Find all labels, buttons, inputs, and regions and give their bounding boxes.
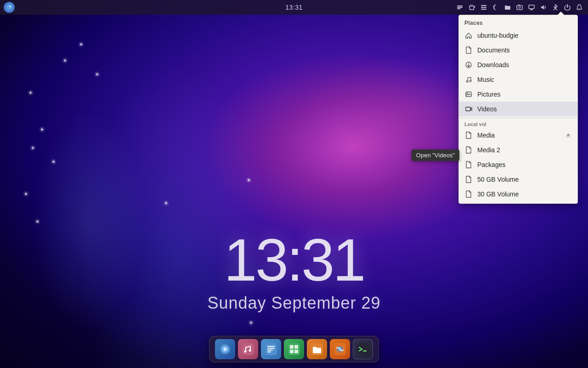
system-menu-button[interactable]	[479, 2, 489, 12]
clock-date-display: Sunday September 29	[0, 293, 588, 313]
svg-point-18	[466, 80, 468, 82]
svg-point-12	[519, 7, 520, 9]
svg-rect-8	[481, 5, 486, 6]
svg-rect-38	[294, 350, 298, 353]
svg-point-2	[10, 6, 11, 6]
places-item-media2[interactable]: Media 2	[459, 143, 577, 157]
svg-point-1	[9, 6, 11, 7]
places-item-downloads[interactable]: Downloads	[459, 58, 577, 72]
places-item-media[interactable]: Media	[459, 128, 577, 143]
places-item-videos[interactable]: Videos	[459, 102, 577, 116]
documents-icon	[464, 46, 473, 54]
night-mode-button[interactable]	[491, 2, 501, 12]
places-item-ubuntu-budgie[interactable]: ubuntu-budgie	[459, 28, 577, 43]
screenshot-icon	[516, 4, 523, 11]
places-media2-label: Media 2	[477, 146, 572, 154]
notifications-button[interactable]	[574, 2, 584, 12]
dock-item-terminal[interactable]	[353, 339, 373, 359]
planner-icon	[265, 343, 277, 355]
svg-rect-14	[529, 5, 534, 9]
places-downloads-label: Downloads	[477, 61, 572, 69]
videos-icon	[464, 105, 473, 113]
dock-item-music[interactable]	[238, 339, 258, 359]
folder-icon	[504, 4, 511, 11]
pictures-icon	[464, 90, 473, 98]
svg-rect-4	[457, 7, 463, 8]
panel-right	[455, 2, 584, 12]
svg-rect-42	[357, 343, 369, 355]
drive2-icon	[464, 146, 473, 154]
sheets-icon	[288, 343, 300, 355]
home-icon	[464, 31, 473, 40]
star-decoration	[80, 44, 82, 45]
svg-rect-6	[470, 5, 471, 6]
raven-button[interactable]	[455, 2, 465, 12]
desktop-clock: 13:31 Sunday September 29	[0, 230, 588, 313]
svg-rect-16	[530, 10, 533, 10]
panel-time-label: 13:31	[285, 4, 303, 11]
places-menu: Places ubuntu-budgie Documents	[458, 15, 578, 204]
svg-rect-33	[267, 351, 271, 352]
dock-item-firefox[interactable]	[330, 339, 350, 359]
star-decoration	[53, 161, 54, 162]
eject-button-media[interactable]	[565, 132, 572, 139]
volume-icon	[540, 4, 547, 11]
star-decoration	[25, 193, 27, 195]
screenshot-button[interactable]	[514, 2, 525, 12]
svg-rect-34	[288, 343, 300, 355]
svg-rect-29	[265, 343, 277, 355]
desktop: 13:31	[0, 0, 588, 368]
svg-rect-3	[457, 6, 463, 6]
caffeine-button[interactable]	[467, 2, 477, 12]
caffeine-icon	[468, 4, 475, 11]
star-decoration	[248, 179, 249, 181]
menu-separator	[459, 118, 577, 118]
budgie-welcome-icon	[219, 343, 232, 356]
places-50gb-label: 50 GB Volume	[477, 176, 572, 183]
dock-item-sheets[interactable]	[284, 339, 304, 359]
svg-rect-36	[294, 345, 298, 349]
places-media-label: Media	[477, 132, 560, 139]
svg-point-0	[6, 5, 12, 10]
terminal-icon	[357, 343, 369, 355]
display-button[interactable]	[526, 2, 537, 12]
top-panel: 13:31	[0, 0, 588, 15]
places-item-packages[interactable]: Packages	[459, 157, 577, 172]
star-decoration	[64, 60, 66, 61]
star-decoration	[165, 202, 167, 204]
places-packages-label: Packages	[477, 161, 572, 168]
svg-rect-43	[363, 351, 367, 351]
svg-rect-30	[267, 346, 275, 347]
places-section-label: Places	[459, 17, 577, 28]
star-decoration	[96, 74, 98, 75]
star-decoration	[41, 129, 43, 130]
places-ubuntu-budgie-label: ubuntu-budgie	[477, 32, 572, 39]
svg-point-27	[244, 351, 247, 353]
svg-point-25	[224, 348, 226, 351]
volume50-icon	[464, 175, 473, 184]
budgie-logo-button[interactable]	[4, 2, 15, 13]
dock-item-budgie[interactable]	[215, 339, 235, 359]
dock-item-files[interactable]	[307, 339, 327, 359]
volume-button[interactable]	[538, 2, 548, 12]
svg-rect-32	[267, 350, 273, 351]
places-item-pictures[interactable]: Pictures	[459, 87, 577, 102]
bluetooth-button[interactable]	[550, 2, 560, 12]
svg-rect-15	[531, 9, 532, 10]
places-item-music[interactable]: Music	[459, 72, 577, 87]
places-item-documents[interactable]: Documents	[459, 43, 577, 58]
files-app-icon	[311, 343, 323, 355]
budgie-bird-icon	[6, 4, 13, 11]
svg-point-19	[469, 80, 471, 82]
places-item-30gb[interactable]: 30 GB Volume	[459, 187, 577, 201]
system-menu-icon	[480, 4, 487, 11]
places-item-50gb[interactable]: 50 GB Volume	[459, 172, 577, 187]
power-button[interactable]	[562, 2, 572, 12]
firefox-icon	[334, 343, 346, 355]
svg-rect-7	[472, 5, 473, 6]
svg-rect-35	[290, 345, 294, 349]
panel-files-button[interactable]	[503, 2, 513, 12]
dock-item-notes[interactable]	[261, 339, 281, 359]
display-icon	[528, 4, 535, 11]
panel-left	[4, 2, 15, 13]
